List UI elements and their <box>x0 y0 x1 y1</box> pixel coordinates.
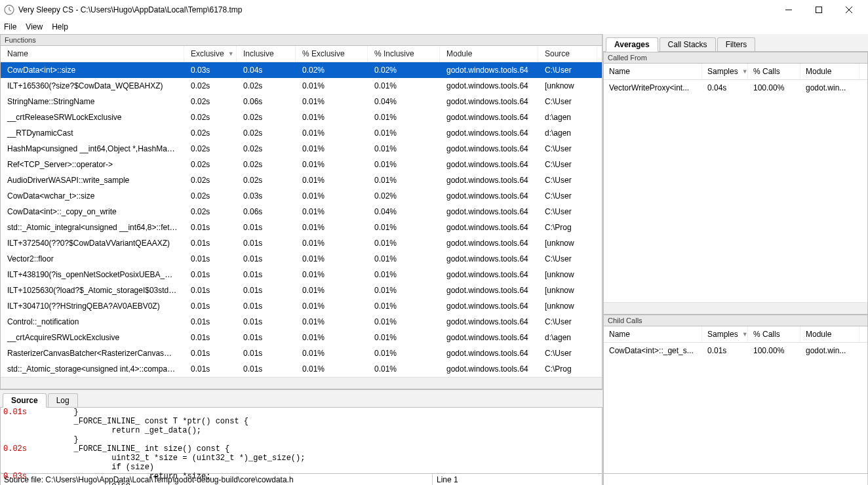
table-row[interactable]: ILT+372540(??0?$CowDataVVariantQEAAXZ)0.… <box>1 235 602 251</box>
table-row[interactable]: std::_Atomic_integral<unsigned __int64,8… <box>1 220 602 235</box>
cf-col-module-label: Module <box>806 67 831 76</box>
cell-name: Vector2::floor <box>1 251 184 267</box>
cf-col-name[interactable]: Name <box>604 64 702 79</box>
table-row[interactable]: RasterizerCanvasBatcher<RasterizerCanvas… <box>1 345 602 361</box>
source-code: return _get_data(); <box>36 426 201 435</box>
cell-pi: 0.01% <box>368 251 440 267</box>
table-row[interactable]: CowData<int>::size0.03s0.04s0.02%0.02%go… <box>1 62 602 78</box>
cell-name: Control::_notification <box>1 314 184 330</box>
cell-incl: 0.01s <box>237 235 296 251</box>
cell-src: C:\User <box>538 157 597 172</box>
col-exclusive[interactable]: Exclusive▼ <box>184 46 237 62</box>
statusbar: Source file: C:\Users\Hugo\AppData\Local… <box>0 473 868 485</box>
cc-col-pct[interactable]: % Calls <box>748 326 800 342</box>
cell-mod: godot.windows.tools.64 <box>440 314 538 330</box>
col-pct-exclusive[interactable]: % Exclusive <box>296 46 368 62</box>
cc-col-module[interactable]: Module <box>800 326 859 342</box>
cf-col-module[interactable]: Module <box>800 64 859 79</box>
functions-body[interactable]: CowData<int>::size0.03s0.04s0.02%0.02%go… <box>1 62 602 377</box>
cell-pe: 0.01% <box>296 125 368 141</box>
cc-col-samples-label: Samples <box>707 330 738 339</box>
source-time <box>1 435 36 444</box>
col-module[interactable]: Module <box>440 46 538 62</box>
cell-pi: 0.02% <box>368 62 440 78</box>
table-row[interactable]: VectorWriteProxy<int...0.04s100.00%godot… <box>604 80 867 96</box>
table-row[interactable]: Ref<TCP_Server>::operator->0.02s0.02s0.0… <box>1 157 602 172</box>
table-row[interactable]: __RTDynamicCast0.02s0.02s0.01%0.01%godot… <box>1 125 602 141</box>
cell-excl: 0.02s <box>184 188 237 204</box>
menu-view[interactable]: View <box>26 22 43 31</box>
cell-name: RasterizerCanvasBatcher<RasterizerCanvas… <box>1 345 184 361</box>
table-row[interactable]: CowData<int>::_copy_on_write0.02s0.06s0.… <box>1 204 602 220</box>
functions-hscroll[interactable] <box>1 377 602 389</box>
functions-caption: Functions <box>0 34 602 46</box>
menu-help[interactable]: Help <box>52 22 68 31</box>
table-row[interactable]: CowData<int>::_get_s...0.01s100.00%godot… <box>604 343 867 359</box>
sort-desc-icon: ▼ <box>228 50 234 57</box>
called-from-hscroll[interactable] <box>604 302 867 314</box>
table-row[interactable]: Control::_notification0.01s0.01s0.01%0.0… <box>1 314 602 330</box>
table-row[interactable]: Vector2::floor0.01s0.01s0.01%0.01%godot.… <box>1 251 602 267</box>
minimize-button[interactable] <box>774 0 804 20</box>
source-code: } <box>36 408 79 417</box>
close-button[interactable] <box>834 0 864 20</box>
cc-col-samples[interactable]: Samples▼ <box>702 326 748 342</box>
menu-file[interactable]: File <box>4 22 16 31</box>
cell-name: __RTDynamicCast <box>1 125 184 141</box>
cell-src: C:\User <box>538 251 597 267</box>
table-row[interactable]: ILT+304710(??HStringQEBA?AV0AEBV0Z)0.01s… <box>1 298 602 314</box>
cf-col-samples[interactable]: Samples▼ <box>702 64 748 79</box>
cell-incl: 0.02s <box>237 125 296 141</box>
cell-src: C:\User <box>538 172 597 188</box>
table-row[interactable]: HashMap<unsigned __int64,Object *,HashMa… <box>1 141 602 157</box>
cc-col-name-label: Name <box>609 330 630 339</box>
cell-excl: 0.01s <box>184 345 237 361</box>
table-row[interactable]: ILT+165360(?size?$CowData_WQEBAHXZ)0.02s… <box>1 78 602 94</box>
cell-name: std::_Atomic_integral<unsigned __int64,8… <box>1 220 184 235</box>
tab-log[interactable]: Log <box>48 393 78 407</box>
table-row[interactable]: CowData<wchar_t>::size0.02s0.03s0.01%0.0… <box>1 188 602 204</box>
cell-pe: 0.01% <box>296 78 368 94</box>
cell-pct: 100.00% <box>748 343 800 359</box>
tab-callstacks[interactable]: Call Stacks <box>660 37 716 51</box>
cell-mod: godot.windows.tools.64 <box>440 172 538 188</box>
cell-excl: 0.01s <box>184 235 237 251</box>
cell-src: d:\agen <box>538 125 597 141</box>
called-from-body[interactable]: VectorWriteProxy<int...0.04s100.00%godot… <box>604 80 867 302</box>
cell-pi: 0.01% <box>368 330 440 345</box>
tab-source[interactable]: Source <box>3 393 47 408</box>
cell-name: AudioDriverWASAPI::write_sample <box>1 172 184 188</box>
col-name[interactable]: Name <box>1 46 184 62</box>
table-row[interactable]: std::_Atomic_storage<unsigned int,4>::co… <box>1 361 602 377</box>
cell-mod: godot.windows.tools.64 <box>440 109 538 125</box>
maximize-button[interactable] <box>804 0 834 20</box>
cell-incl: 0.02s <box>237 78 296 94</box>
cell-src: C:\User <box>538 94 597 109</box>
cell-name: HashMap<unsigned __int64,Object *,HashMa… <box>1 141 184 157</box>
cf-col-pct[interactable]: % Calls <box>748 64 800 79</box>
col-inclusive[interactable]: Inclusive <box>237 46 296 62</box>
cc-col-name[interactable]: Name <box>604 326 702 342</box>
table-row[interactable]: __crtAcquireSRWLockExclusive0.01s0.01s0.… <box>1 330 602 345</box>
cell-mod: godot.windows.tools.64 <box>440 157 538 172</box>
table-row[interactable]: AudioDriverWASAPI::write_sample0.02s0.02… <box>1 172 602 188</box>
col-pct-inclusive[interactable]: % Inclusive <box>368 46 440 62</box>
cell-src: C:\User <box>538 188 597 204</box>
table-row[interactable]: StringName::StringName0.02s0.06s0.01%0.0… <box>1 94 602 109</box>
col-source[interactable]: Source <box>538 46 597 62</box>
cell-name: VectorWriteProxy<int... <box>604 80 702 96</box>
cell-name: CowData<int>::_get_s... <box>604 343 702 359</box>
right-tabstrip: Averages Call Stacks Filters <box>603 34 868 52</box>
child-calls-header: Name Samples▼ % Calls Module <box>604 326 867 343</box>
cell-src: C:\Prog <box>538 220 597 235</box>
cell-pi: 0.04% <box>368 94 440 109</box>
tab-filters[interactable]: Filters <box>717 37 756 51</box>
cell-excl: 0.02s <box>184 172 237 188</box>
child-calls-body[interactable]: CowData<int>::_get_s...0.01s100.00%godot… <box>604 343 867 485</box>
tab-averages[interactable]: Averages <box>606 37 658 52</box>
table-row[interactable]: __crtReleaseSRWLockExclusive0.02s0.02s0.… <box>1 109 602 125</box>
cell-name: ILT+1025630(?load?$_Atomic_storageI$03st… <box>1 282 184 298</box>
source-line: 0.02s _FORCE_INLINE_ int size() const { <box>1 444 602 454</box>
table-row[interactable]: ILT+438190(?is_openNetSocketPosixUEBA_NX… <box>1 267 602 282</box>
table-row[interactable]: ILT+1025630(?load?$_Atomic_storageI$03st… <box>1 282 602 298</box>
